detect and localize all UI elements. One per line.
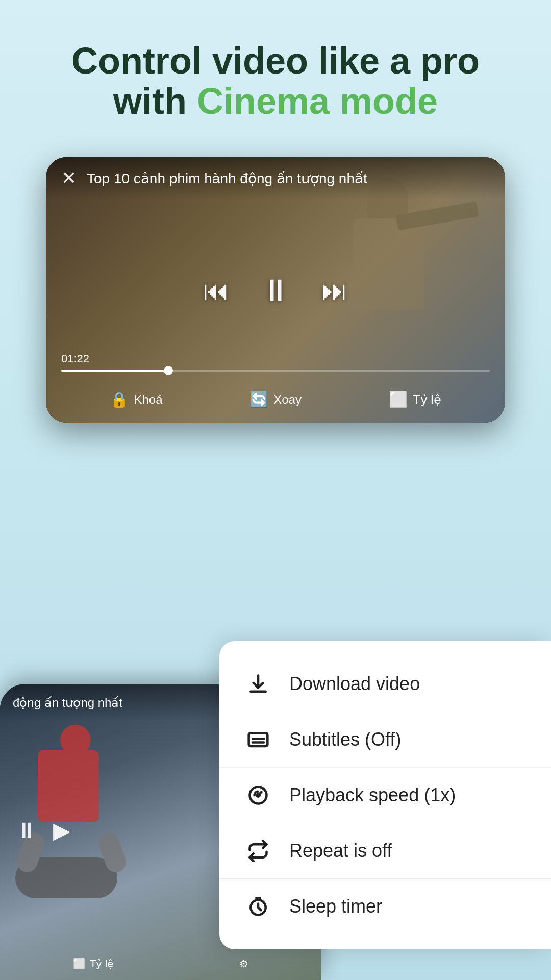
progress-area: 01:22 [61,352,490,372]
phone2-pause-button[interactable]: ⏸ [15,818,38,843]
video-title-bar: ✕ Top 10 cảnh phim hành động ấn tượng nh… [46,157,505,199]
close-icon[interactable]: ✕ [61,167,77,189]
hero-section: Control video like a pro with Cinema mod… [0,0,551,142]
phone2-ratio-label: Tỷ lệ [90,958,113,970]
progress-track[interactable] [61,370,490,372]
repeat-icon [245,838,271,864]
rotate-control[interactable]: 🔄 Xoay [249,390,302,408]
hero-line1: Control video like a pro [31,41,520,81]
cinema-player: ✕ Top 10 cảnh phim hành động ấn tượng nh… [46,157,505,423]
menu-item-download[interactable]: Download video [219,656,551,712]
menu-item-sleep[interactable]: Sleep timer [219,879,551,934]
repeat-label: Repeat is off [289,840,392,862]
lock-label: Khoá [134,393,162,407]
speed-label: Playback speed (1x) [289,785,456,806]
video-title: Top 10 cảnh phim hành động ấn tượng nhất [87,170,367,187]
rotate-icon: 🔄 [249,390,268,408]
sleep-icon [245,893,271,920]
sleep-label: Sleep timer [289,896,382,917]
pause-button[interactable]: ⏸ [260,273,291,308]
phone2-play-button[interactable]: ▶ [53,817,70,843]
phone2-playback-controls: ⏸ ▶ [15,817,70,843]
phone2-settings-icon: ⚙ [239,958,248,970]
download-label: Download video [289,673,420,695]
menu-item-subtitles[interactable]: Subtitles (Off) [219,712,551,768]
hero-cinema-mode: Cinema mode [197,81,438,121]
menu-item-repeat[interactable]: Repeat is off [219,823,551,879]
phone2-title: động ấn tượng nhất [13,696,122,710]
bottom-controls: 🔒 Khoá 🔄 Xoay ⬜ Tỷ lệ [46,390,505,408]
hero-line2: with Cinema mode [31,81,520,121]
phone2-bottom-controls: ⬜ Tỷ lệ ⚙ [0,958,321,970]
lock-control[interactable]: 🔒 Khoá [110,390,162,408]
ratio-label: Tỷ lệ [413,393,441,407]
context-menu: Download video Subtitles (Off) Playback … [219,641,551,949]
playback-controls: ⏮ ⏸ ⏭ [203,273,348,308]
phone2-ratio-icon: ⬜ [73,958,86,970]
ratio-icon: ⬜ [389,390,408,408]
video-scene-2 [15,725,128,898]
hero-line2-prefix: with [113,81,197,121]
ratio-control[interactable]: ⬜ Tỷ lệ [389,390,441,408]
subtitles-label: Subtitles (Off) [289,729,401,750]
download-icon [245,671,271,697]
menu-item-speed[interactable]: Playback speed (1x) [219,768,551,823]
phone2-ratio-control[interactable]: ⬜ Tỷ lệ [73,958,113,970]
subtitles-icon [245,726,271,753]
rotate-label: Xoay [273,393,302,407]
time-label: 01:22 [61,352,490,365]
svg-point-5 [257,794,260,797]
rewind-button[interactable]: ⏮ [203,275,230,305]
forward-button[interactable]: ⏭ [321,275,348,305]
progress-fill [61,370,168,372]
lock-icon: 🔒 [110,390,129,408]
speed-icon [245,782,271,808]
phone2-settings-control[interactable]: ⚙ [239,958,248,970]
